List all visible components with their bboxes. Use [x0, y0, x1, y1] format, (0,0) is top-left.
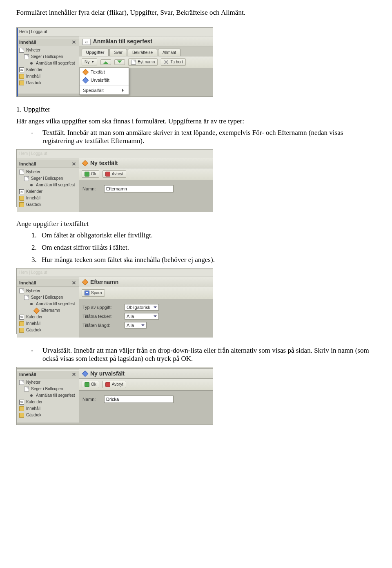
- calendar-icon: [19, 315, 24, 320]
- sidebar-item-seger[interactable]: Seger i Bollcupen: [17, 54, 79, 60]
- toolbar: Spara: [79, 287, 213, 299]
- sidebar-item-innehall[interactable]: Innehåll: [17, 195, 79, 201]
- bytnamn-button[interactable]: Byt namn: [128, 58, 158, 66]
- tab-uppgifter[interactable]: Uppgifter: [82, 49, 109, 56]
- typ-select[interactable]: Obligatorisk: [125, 304, 159, 311]
- sidebar-item-anmalan[interactable]: Anmälan till segerfest: [17, 60, 79, 67]
- nav-loggaut[interactable]: Logga ut: [31, 29, 47, 34]
- left-stripe: [17, 28, 18, 96]
- sidebar-item-gastbok[interactable]: Gästbok: [17, 412, 79, 418]
- page-title: Efternamn: [90, 279, 118, 285]
- screenshot-2: Hem | Logga ut Innehåll Nyheter Seger i …: [16, 149, 213, 207]
- tab-bekraftelse[interactable]: Bekräftelse: [128, 49, 157, 56]
- nav-hem[interactable]: Hem: [19, 270, 28, 275]
- menu-item-label: Textfält: [91, 69, 105, 74]
- type-urvalsfalt: Urvalsfält. Innebär att man väljer från …: [31, 347, 376, 363]
- tecken-select[interactable]: Alla: [125, 313, 159, 320]
- ange-item-2: Om endast siffror tillåts i fältet.: [38, 244, 376, 252]
- tabort-button[interactable]: Ta bort: [161, 58, 186, 66]
- ok-label: Ok: [91, 382, 96, 387]
- folder-icon: [19, 74, 24, 79]
- top-nav: Hem | Logga ut: [17, 268, 213, 277]
- nav-loggaut[interactable]: Logga ut: [31, 270, 47, 275]
- nav-hem[interactable]: Hem: [19, 151, 28, 156]
- menu-textfalt[interactable]: Textfält: [80, 68, 129, 76]
- sidebar-item-kalender[interactable]: Kalender: [17, 314, 79, 320]
- collapse-icon[interactable]: [71, 161, 76, 166]
- title-bar: Ny urvalsfält: [79, 369, 213, 379]
- sidebar-item-seger[interactable]: Seger i Bollcupen: [17, 294, 79, 301]
- sidebar-item-kalender[interactable]: Kalender: [17, 67, 79, 73]
- move-up-button[interactable]: [100, 59, 111, 65]
- collapse-icon[interactable]: [71, 372, 76, 377]
- book-icon: [19, 202, 24, 207]
- sidebar-item-innehall[interactable]: Innehåll: [17, 320, 79, 327]
- sidebar-item-efternamn[interactable]: Efternamn: [17, 307, 79, 314]
- nav-loggaut[interactable]: Logga ut: [31, 151, 47, 156]
- title-bar: a Anmälan till segerfest: [79, 36, 213, 47]
- sidebar-item-label: Anmälan till segerfest: [36, 61, 75, 65]
- avbryt-button[interactable]: Avbryt: [102, 381, 126, 388]
- top-nav: Hem | Logga ut: [17, 28, 213, 36]
- sidebar-item-seger[interactable]: Seger i Bollcupen: [17, 386, 79, 392]
- sidebar-item-anmalan[interactable]: Anmälan till segerfest: [17, 301, 79, 307]
- sidebar-item-nyheter[interactable]: Nyheter: [17, 379, 79, 386]
- calendar-icon: [19, 189, 24, 194]
- move-down-button[interactable]: [114, 59, 125, 65]
- sidebar: Innehåll Nyheter Seger i Bollcupen Anmäl…: [17, 277, 79, 338]
- cancel-icon: [105, 172, 110, 177]
- sidebar-header[interactable]: Innehåll: [17, 370, 79, 378]
- namn-label: Namn:: [82, 397, 101, 402]
- typ-row: Typ av uppgift: Obligatorisk: [82, 304, 209, 311]
- sidebar-item-innehall[interactable]: Innehåll: [17, 73, 79, 80]
- sidebar-item-label: Kalender: [26, 315, 42, 319]
- sidebar-item-innehall[interactable]: Innehåll: [17, 405, 79, 412]
- tab-svar[interactable]: Svar: [109, 49, 127, 56]
- spara-button[interactable]: Spara: [82, 289, 105, 297]
- nav-hem[interactable]: Hem: [19, 29, 28, 34]
- langd-select[interactable]: Alla: [125, 322, 147, 329]
- sidebar-item-nyheter[interactable]: Nyheter: [17, 288, 79, 294]
- menu-item-label: Specialfält: [83, 88, 104, 93]
- sidebar-item-kalender[interactable]: Kalender: [17, 188, 79, 195]
- screenshot-4: Innehåll Nyheter Seger i Bollcupen Anmäl…: [16, 367, 213, 425]
- sidebar-header[interactable]: Innehåll: [17, 38, 79, 46]
- namn-row: Namn:: [82, 396, 209, 403]
- title-bar: Ny textfält: [79, 158, 213, 168]
- namn-input[interactable]: [104, 185, 174, 192]
- langd-label: Tillåten längd:: [82, 323, 121, 328]
- namn-input[interactable]: [104, 396, 174, 403]
- avbryt-button[interactable]: Avbryt: [102, 170, 126, 178]
- sidebar-header-label: Innehåll: [19, 161, 36, 166]
- sidebar-item-anmalan[interactable]: Anmälan till segerfest: [17, 182, 79, 188]
- collapse-icon[interactable]: [71, 40, 76, 45]
- section1-body: Här anges vilka uppgifter som ska finnas…: [16, 117, 376, 126]
- save-icon: [85, 291, 89, 295]
- sidebar-item-kalender[interactable]: Kalender: [17, 399, 79, 405]
- sidebar: Innehåll Nyheter Seger i Bollcupen Anmäl…: [17, 158, 79, 212]
- sidebar-item-anmalan[interactable]: Anmälan till segerfest: [17, 392, 79, 399]
- cancel-icon: [105, 382, 110, 387]
- sidebar-item-seger[interactable]: Seger i Bollcupen: [17, 175, 79, 182]
- sidebar-item-nyheter[interactable]: Nyheter: [17, 47, 79, 54]
- namn-label: Namn:: [82, 186, 101, 191]
- sidebar-header[interactable]: Innehåll: [17, 160, 79, 168]
- ny-button[interactable]: Ny ▼: [82, 58, 97, 65]
- ok-button[interactable]: Ok: [82, 170, 99, 178]
- main-panel: Efternamn Spara Typ av uppgift: Obligato…: [79, 277, 213, 338]
- sidebar-item-gastbok[interactable]: Gästbok: [17, 327, 79, 333]
- sidebar-item-gastbok[interactable]: Gästbok: [17, 80, 79, 86]
- sidebar-item-label: Seger i Bollcupen: [31, 176, 63, 181]
- diamond-blue-icon: [82, 77, 89, 84]
- tab-allmant[interactable]: Allmänt: [158, 49, 180, 56]
- ange-item-1: Om fältet är obligatoriskt eller firvill…: [38, 231, 376, 239]
- menu-specialfalt[interactable]: Specialfält: [80, 86, 129, 94]
- sidebar-item-nyheter[interactable]: Nyheter: [17, 169, 79, 175]
- sidebar-header[interactable]: Innehåll: [17, 279, 79, 287]
- menu-urvalsfalt[interactable]: Urvalsfält: [80, 76, 129, 84]
- section1-title: 1. Uppgifter: [16, 105, 376, 114]
- collapse-icon[interactable]: [71, 280, 76, 285]
- ok-button[interactable]: Ok: [82, 381, 99, 388]
- sidebar-item-gastbok[interactable]: Gästbok: [17, 201, 79, 208]
- avbryt-label: Avbryt: [112, 382, 123, 387]
